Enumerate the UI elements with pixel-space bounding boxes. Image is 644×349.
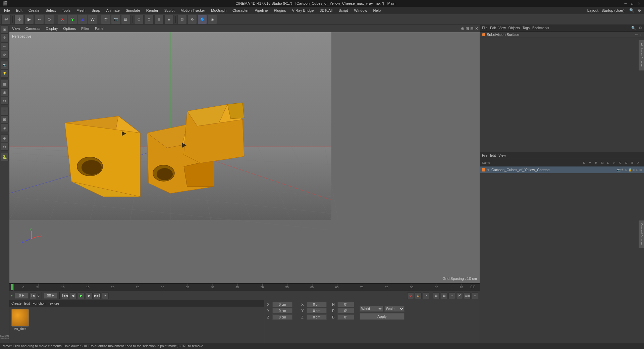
timeline[interactable]: 0 5 10 15 20 25 30 35	[9, 283, 480, 291]
x-position-input[interactable]	[272, 302, 292, 307]
menu-snap[interactable]: Snap	[89, 8, 103, 13]
go-start-button[interactable]: |◀◀	[62, 292, 68, 299]
undo-button[interactable]: ↩	[1, 15, 11, 24]
points-mode-button[interactable]: ⊙	[144, 15, 154, 24]
key-motion-button[interactable]: ○	[448, 292, 455, 299]
rotate-button[interactable]: ⟳	[45, 15, 54, 24]
snap-settings-button[interactable]: ⚙	[187, 15, 197, 24]
obj-icon-extra[interactable]: ⊞	[639, 168, 642, 171]
left-tool-nurbs[interactable]: ⊞	[1, 115, 9, 123]
left-tool-cube[interactable]: ▦	[1, 80, 9, 88]
viewport-menu-cameras[interactable]: Cameras	[24, 27, 42, 31]
attr-search-icon[interactable]: 🔍	[631, 26, 636, 30]
left-tool-cylinder[interactable]: ⊙	[1, 97, 9, 105]
viewport-menu-display[interactable]: Display	[44, 27, 59, 31]
key-pos-button[interactable]: P	[456, 292, 463, 299]
subdivision-edit-icon[interactable]: ✏	[635, 33, 638, 37]
material-menu-edit[interactable]: Edit	[24, 302, 30, 305]
left-tool-spline[interactable]: ⋯	[1, 107, 9, 115]
search-icon[interactable]: 🔍	[628, 8, 636, 13]
current-frame-input[interactable]	[15, 293, 28, 299]
attributes-browser-tab[interactable]: Attributes Browser	[639, 40, 644, 70]
x-axis-button[interactable]: X	[58, 15, 67, 24]
loop-button[interactable]: ⟳	[102, 292, 109, 299]
menu-animate[interactable]: Animate	[104, 8, 122, 13]
viewport-icon-1[interactable]: ⊕	[461, 26, 464, 31]
left-tool-sphere[interactable]: ◉	[1, 88, 9, 96]
content-browser-tab[interactable]: Content Browser	[639, 220, 644, 248]
z-axis-button[interactable]: Z	[78, 15, 87, 24]
viewport-icon-2[interactable]: ⊞	[466, 26, 469, 31]
new-object-button[interactable]: ✛	[14, 15, 24, 24]
left-tool-tag[interactable]: ⊗	[1, 134, 9, 142]
texture-button[interactable]: 🔷	[198, 15, 207, 24]
left-tool-select[interactable]: ▣	[1, 26, 9, 34]
obj-menu-view[interactable]: View	[498, 154, 506, 157]
timeline-track[interactable]: 0 5 10 15 20 25 30 35	[13, 284, 466, 291]
left-tool-camera[interactable]: 📷	[1, 61, 9, 69]
subdivision-check-icon[interactable]: ✓	[639, 33, 642, 37]
scale-dropdown[interactable]: Scale Size	[384, 306, 405, 312]
obj-icon-vis[interactable]: 👁	[621, 168, 624, 171]
obj-icon-tag[interactable]: 🏷	[636, 168, 639, 171]
y-position-input[interactable]	[272, 308, 292, 313]
viewport-menu-panel[interactable]: Panel	[94, 27, 106, 31]
material-item[interactable]: VR_chee	[11, 309, 29, 331]
viewport-icon-3[interactable]: ⊟	[470, 26, 474, 31]
menu-mesh[interactable]: Mesh	[74, 8, 88, 13]
viewport-menu-options[interactable]: Options	[62, 27, 77, 31]
z-position-input[interactable]	[272, 314, 292, 320]
material-menu-function[interactable]: Function	[33, 302, 45, 305]
render-button[interactable]: 🎬	[101, 15, 110, 24]
menu-pipeline[interactable]: Pipeline	[252, 8, 270, 13]
play-forward-button[interactable]: ▶	[78, 292, 85, 299]
close-button[interactable]: ✕	[637, 1, 641, 6]
apply-button[interactable]: Apply	[360, 313, 405, 320]
menu-render[interactable]: Render	[144, 8, 161, 13]
menu-edit[interactable]: Edit	[13, 8, 25, 13]
edges-mode-button[interactable]: ⊞	[154, 15, 164, 24]
menu-motion-tracker[interactable]: Motion Tracker	[178, 8, 208, 13]
object-mode-button[interactable]: ⬡	[134, 15, 144, 24]
obj-icon-cam[interactable]: 📷	[617, 168, 621, 171]
viewport-icon-4[interactable]: ✕	[475, 26, 478, 31]
viewport-3d[interactable]: Perspective Grid Spacing : 10 cm	[9, 32, 480, 283]
menu-vray[interactable]: V-Ray Bridge	[289, 8, 317, 13]
attr-menu-view[interactable]: View	[498, 26, 506, 30]
obj-menu-file[interactable]: File	[482, 154, 487, 157]
attr-menu-tags[interactable]: Tags	[523, 26, 530, 30]
menu-help[interactable]: Help	[371, 8, 384, 13]
record-button[interactable]: ⊙	[407, 292, 414, 299]
menu-mograph[interactable]: MoGraph	[208, 8, 229, 13]
viewport-menu-view[interactable]: View	[11, 27, 21, 31]
attr-menu-file[interactable]: File	[482, 26, 487, 30]
left-tool-scale[interactable]: ↔	[1, 42, 9, 50]
y-size-input[interactable]	[307, 308, 327, 313]
b-rotation-input[interactable]	[337, 314, 354, 320]
material-menu-create[interactable]: Create	[11, 302, 21, 305]
key-grid-button[interactable]: ⊞⊞	[464, 292, 471, 299]
step-back-button[interactable]: ◀|	[70, 292, 76, 299]
menu-tools[interactable]: Tools	[59, 8, 73, 13]
render-region-button[interactable]: 📷	[111, 15, 120, 24]
menu-3dtoall[interactable]: 3DToAll	[317, 8, 335, 13]
object-row-cheese[interactable]: ▼ Cartoon_Cubes_of_Yellow_Cheese 📷 👁 ⊙ 🔒…	[480, 166, 644, 173]
left-tool-light[interactable]: 💡	[1, 69, 9, 78]
maximize-button[interactable]: □	[630, 1, 635, 6]
x-size-input[interactable]	[307, 302, 327, 307]
p-rotation-input[interactable]	[337, 308, 354, 313]
left-tool-deformer[interactable]: ◈	[1, 124, 9, 132]
viewport-menu-filter[interactable]: Filter	[80, 27, 91, 31]
snapping-button[interactable]: ⊡	[177, 15, 187, 24]
menu-select[interactable]: Select	[43, 8, 59, 13]
menu-file[interactable]: File	[1, 8, 13, 13]
left-tool-move[interactable]: ✛	[1, 34, 9, 42]
attr-menu-edit[interactable]: Edit	[490, 26, 496, 30]
y-axis-button[interactable]: Y	[68, 15, 77, 24]
render-view-button[interactable]: 🖼	[121, 15, 130, 24]
menu-plugins[interactable]: Plugins	[271, 8, 288, 13]
minimize-button[interactable]: ─	[623, 1, 628, 6]
move-button[interactable]: ↔	[35, 15, 44, 24]
play-button[interactable]: ▶	[24, 15, 34, 24]
material-menu-texture[interactable]: Texture	[48, 302, 59, 305]
